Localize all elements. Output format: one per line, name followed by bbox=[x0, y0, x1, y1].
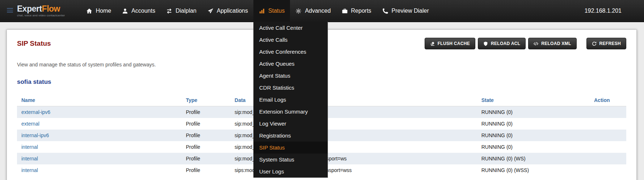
cell-name: internal-ipv6 bbox=[17, 130, 181, 141]
nav-item-dialplan[interactable]: Dialplan bbox=[161, 0, 202, 22]
brand-name: ExpertFlow bbox=[17, 5, 65, 13]
cell-action bbox=[590, 130, 626, 141]
status-menu-item-active-calls[interactable]: Active Calls bbox=[253, 34, 328, 46]
cell-state: RUNNING (0) bbox=[477, 130, 590, 141]
cell-action bbox=[590, 141, 626, 153]
status-menu-item-agent-status[interactable]: Agent Status bbox=[253, 70, 328, 82]
nav-item-status[interactable]: Status Active Call CenterActive CallsAct… bbox=[253, 0, 290, 22]
status-dropdown-menu: Active Call CenterActive CallsActive Con… bbox=[253, 22, 328, 178]
column-header-action: Action bbox=[590, 94, 626, 106]
nav-item-applications[interactable]: Applications bbox=[202, 0, 253, 22]
nav-item-accounts[interactable]: Accounts bbox=[117, 0, 161, 22]
column-header-name: Name bbox=[17, 94, 181, 106]
exchange-arrows-icon bbox=[166, 8, 172, 14]
cell-name: external bbox=[17, 118, 181, 130]
status-menu-item-active-queues[interactable]: Active Queues bbox=[253, 58, 328, 70]
column-header-type: Type bbox=[181, 94, 230, 106]
flush-cache-button[interactable]: FLUSH CACHE bbox=[425, 38, 475, 49]
profile-link[interactable]: internal-ipv6 bbox=[21, 132, 49, 138]
home-icon bbox=[86, 8, 92, 14]
status-menu-item-sip-status[interactable]: SIP Status bbox=[253, 142, 328, 154]
cell-action bbox=[590, 153, 626, 164]
toolbar: FLUSH CACHE RELOAD ACL RELOAD XML REFRES… bbox=[425, 38, 626, 49]
nav-menu: Home Accounts Dialplan Applications Stat… bbox=[81, 0, 434, 22]
refresh-button[interactable]: REFRESH bbox=[586, 38, 626, 49]
cell-action bbox=[590, 164, 626, 176]
profile-link[interactable]: internal bbox=[21, 167, 38, 173]
cell-state: RUNNING (0) (WSS) bbox=[477, 164, 590, 176]
server-ip: 192.168.1.201 bbox=[585, 0, 644, 22]
cell-state: RUNNING (0) bbox=[477, 106, 590, 118]
reload-xml-button[interactable]: RELOAD XML bbox=[528, 38, 576, 49]
cell-name: external-ipv6 bbox=[17, 106, 181, 118]
cell-state: RUNNING (0) (WS) bbox=[477, 153, 590, 164]
top-navbar: ExpertFlow chat, voice and video contact… bbox=[0, 0, 644, 22]
profile-link[interactable]: internal bbox=[21, 156, 38, 161]
cell-type: Profile bbox=[181, 153, 230, 164]
page-title: SIP Status bbox=[17, 40, 51, 48]
profile-link[interactable]: external bbox=[21, 121, 39, 127]
nav-item-reports[interactable]: Reports bbox=[336, 0, 377, 22]
profile-link[interactable]: internal bbox=[21, 144, 38, 150]
brand-tagline: chat, voice and video contactcenter bbox=[17, 14, 65, 17]
status-menu-item-log-viewer[interactable]: Log Viewer bbox=[253, 118, 328, 130]
status-menu-item-registrations[interactable]: Registrations bbox=[253, 130, 328, 142]
cell-type: Profile bbox=[181, 106, 230, 118]
cell-type: Profile bbox=[181, 141, 230, 153]
reload-acl-button[interactable]: RELOAD ACL bbox=[478, 38, 526, 49]
expertflow-logo[interactable]: ExpertFlow chat, voice and video contact… bbox=[7, 0, 65, 22]
cell-name: internal bbox=[17, 141, 181, 153]
gear-icon bbox=[295, 8, 302, 14]
cell-name: internal bbox=[17, 164, 181, 176]
nav-item-preview-dialer[interactable]: Preview Dialer bbox=[377, 0, 434, 22]
flush-cache-icon bbox=[430, 41, 435, 46]
status-menu-item-active-call-center[interactable]: Active Call Center bbox=[253, 22, 328, 34]
cell-type: Profile bbox=[181, 130, 230, 141]
status-menu-item-email-logs[interactable]: Email Logs bbox=[253, 94, 328, 106]
nav-item-advanced[interactable]: Advanced bbox=[290, 0, 336, 22]
status-menu-item-system-status[interactable]: System Status bbox=[253, 154, 328, 165]
status-menu-item-cdr-statistics[interactable]: CDR Statistics bbox=[253, 82, 328, 94]
paper-plane-icon bbox=[207, 8, 214, 14]
phone-icon bbox=[382, 8, 388, 14]
profile-link[interactable]: external-ipv6 bbox=[21, 109, 50, 115]
cell-action bbox=[590, 118, 626, 130]
refresh-icon bbox=[592, 41, 597, 46]
status-menu-item-extension-summary[interactable]: Extension Summary bbox=[253, 106, 328, 118]
column-header-state: State bbox=[477, 94, 590, 106]
reload-acl-icon bbox=[483, 41, 488, 46]
briefcase-icon bbox=[342, 8, 348, 14]
logo-lines-icon bbox=[7, 7, 14, 15]
person-icon bbox=[122, 8, 128, 14]
cell-state: RUNNING (0) bbox=[477, 141, 590, 153]
nav-item-home[interactable]: Home bbox=[81, 0, 117, 22]
cell-type: Profile bbox=[181, 118, 230, 130]
status-menu-item-user-logs[interactable]: User Logs bbox=[253, 165, 328, 177]
status-menu-item-active-conferences[interactable]: Active Conferences bbox=[253, 46, 328, 58]
cell-action bbox=[590, 106, 626, 118]
cell-name: internal bbox=[17, 153, 181, 164]
reload-xml-icon bbox=[534, 41, 538, 46]
cell-type: Profile bbox=[181, 164, 230, 176]
cell-state: RUNNING (0) bbox=[477, 118, 590, 130]
bar-chart-icon bbox=[259, 8, 265, 14]
